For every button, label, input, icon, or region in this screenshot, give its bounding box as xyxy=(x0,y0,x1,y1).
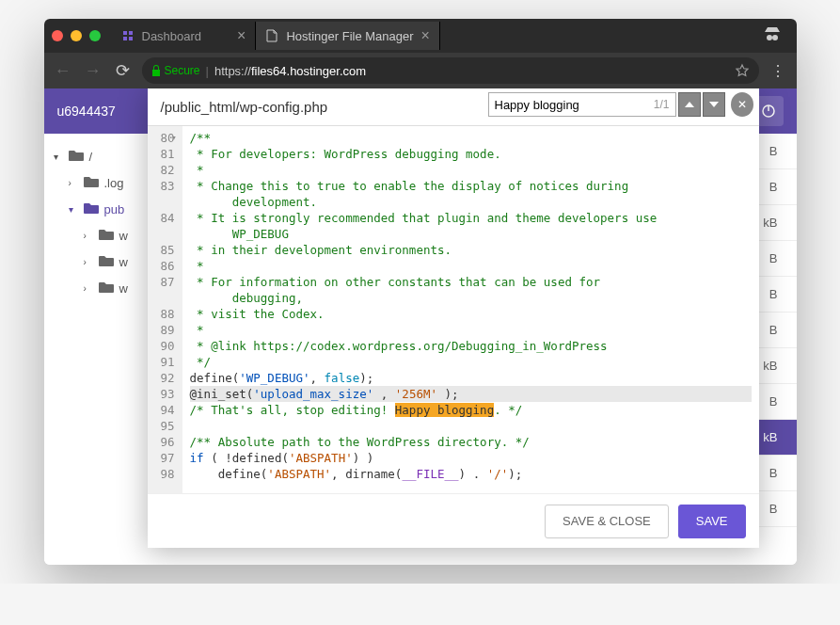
tab-label: Hostinger File Manager xyxy=(286,29,413,43)
window-controls xyxy=(52,30,101,41)
tab-label: Dashboard xyxy=(142,29,202,43)
tree-item-label: w xyxy=(119,281,128,296)
search-count: 1/1 xyxy=(654,98,670,111)
forward-button[interactable]: → xyxy=(82,61,104,81)
tree-caret-icon: › xyxy=(84,283,93,294)
folder-icon xyxy=(84,201,99,216)
file-size: B xyxy=(769,251,778,265)
address-bar[interactable]: Secure | https://files64.hostinger.com xyxy=(142,57,759,84)
incognito-icon xyxy=(763,26,782,45)
search-prev-button[interactable] xyxy=(678,92,701,117)
file-size: B xyxy=(769,394,778,409)
modal-footer: SAVE & CLOSE SAVE xyxy=(148,493,759,548)
tree-item-label: w xyxy=(119,255,128,269)
tree-item-label: .log xyxy=(104,176,124,190)
tree-caret-icon: › xyxy=(84,231,93,241)
browser-menu-button[interactable]: ⋮ xyxy=(767,62,789,80)
url-separator: | xyxy=(206,64,209,78)
tree-item-label: / xyxy=(89,150,93,164)
tree-caret-icon: ▾ xyxy=(69,204,78,215)
search-value: Happy blogging xyxy=(495,98,654,112)
close-window-button[interactable] xyxy=(52,30,63,41)
line-number-gutter: 80818283848586878889909192939495969798 xyxy=(148,126,182,493)
file-size: B xyxy=(769,144,778,158)
browser-tab-file-manager[interactable]: Hostinger File Manager × xyxy=(256,22,439,50)
user-id-label: u6944437 xyxy=(57,104,116,119)
folder-icon xyxy=(69,149,84,164)
bookmark-star-icon[interactable] xyxy=(735,63,750,78)
file-size: B xyxy=(769,502,778,516)
code-editor[interactable]: 80818283848586878889909192939495969798 /… xyxy=(148,126,759,493)
close-tab-icon[interactable]: × xyxy=(237,28,246,43)
minimize-window-button[interactable] xyxy=(71,30,82,41)
file-size: B xyxy=(769,287,778,301)
lock-icon xyxy=(151,65,161,76)
maximize-window-button[interactable] xyxy=(89,30,101,41)
code-content[interactable]: /** * For developers: WordPress debuggin… xyxy=(182,126,759,493)
file-size: kB xyxy=(763,216,777,230)
search-next-button[interactable] xyxy=(703,92,725,117)
folder-icon xyxy=(99,280,114,296)
editor-modal: /public_html/wp-config.php Happy bloggin… xyxy=(148,88,759,548)
save-button[interactable]: SAVE xyxy=(678,505,746,538)
tree-caret-icon: › xyxy=(69,178,78,188)
folder-icon xyxy=(99,254,114,269)
file-size: kB xyxy=(763,359,777,373)
hostinger-favicon xyxy=(121,29,135,42)
power-icon xyxy=(761,104,776,119)
search-close-button[interactable]: ✕ xyxy=(731,92,753,117)
tree-item-label: w xyxy=(119,229,128,243)
folder-icon xyxy=(84,175,99,190)
browser-window: Dashboard × Hostinger File Manager × ← →… xyxy=(44,19,797,565)
chevron-down-icon xyxy=(709,102,719,107)
browser-toolbar: ← → ⟳ Secure | https://files64.hostinger… xyxy=(44,53,797,88)
save-and-close-button[interactable]: SAVE & CLOSE xyxy=(545,505,669,538)
file-size: B xyxy=(769,180,778,194)
file-path: /public_html/wp-config.php xyxy=(161,99,328,115)
close-tab-icon[interactable]: × xyxy=(421,28,430,43)
tree-item-label: pub xyxy=(104,202,125,216)
page-body: u6944437 ▾/›.log▾pub›w›w›w BBkBBBBkBBkBB… xyxy=(44,88,797,565)
folder-icon xyxy=(99,228,114,243)
search-bar: Happy blogging 1/1 ✕ xyxy=(488,92,753,117)
url-text: https://files64.hostinger.com xyxy=(214,64,366,78)
tree-caret-icon: › xyxy=(84,257,93,267)
search-input[interactable]: Happy blogging 1/1 xyxy=(488,92,676,117)
file-size: B xyxy=(769,323,778,337)
tree-caret-icon: ▾ xyxy=(54,152,63,162)
back-button[interactable]: ← xyxy=(52,61,74,81)
file-size: kB xyxy=(763,430,777,444)
browser-tab-dashboard[interactable]: Dashboard × xyxy=(112,22,257,50)
reload-button[interactable]: ⟳ xyxy=(112,60,135,81)
browser-tab-bar: Dashboard × Hostinger File Manager × xyxy=(44,19,797,53)
close-icon: ✕ xyxy=(737,98,747,111)
file-size: B xyxy=(769,466,778,480)
chevron-up-icon xyxy=(685,102,694,107)
secure-badge: Secure xyxy=(151,64,200,77)
file-favicon xyxy=(265,29,278,42)
